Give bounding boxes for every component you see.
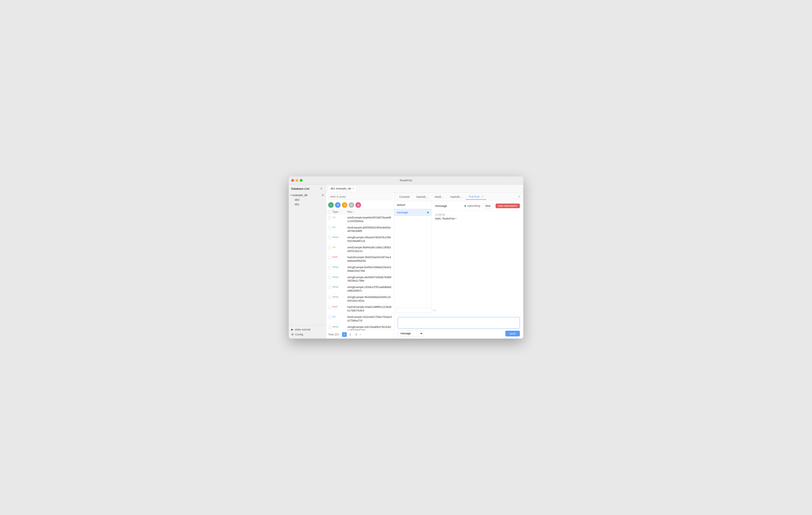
next-page-button[interactable]: ›: [360, 333, 361, 336]
row-checkbox-3[interactable]: [328, 246, 332, 249]
table-row[interactable]: string stringExample:3fe4e5fe8da52b4fe11…: [326, 294, 394, 304]
row-checkbox-9[interactable]: [328, 305, 332, 309]
add-key-button[interactable]: +: [328, 202, 334, 208]
page-1-button[interactable]: 1: [342, 332, 347, 337]
config-label: Config: [295, 333, 303, 336]
row-checkbox-0[interactable]: [328, 216, 332, 219]
tab-hashxe-2[interactable]: hashxE...: [447, 194, 465, 199]
refresh-button[interactable]: ↺: [342, 202, 347, 208]
tab-hashxe-1[interactable]: hashxE...: [413, 194, 431, 199]
row-checkbox-7[interactable]: [328, 286, 332, 289]
copy-button[interactable]: ⧉: [335, 202, 341, 208]
tab-console-label: Console: [399, 195, 410, 198]
database-group: ▾ example_db ⚙ db0 db1: [289, 192, 326, 207]
page-2-button[interactable]: 2: [348, 332, 353, 337]
row-checkbox-4[interactable]: [328, 255, 332, 259]
database-name: example_db: [292, 193, 322, 197]
table-row[interactable]: list listxExample:31b2c6a01709ac791bdc0d…: [326, 314, 394, 324]
channel-active-dot: [427, 212, 429, 213]
main-layout: Database List + ▾ example_db ⚙ db0 db1 ▶…: [289, 185, 523, 338]
tab-label: db1 example_db: [330, 187, 351, 190]
delete-button[interactable]: ✕: [349, 202, 354, 208]
prev-page-button[interactable]: ‹: [340, 333, 341, 336]
message-area: message subscribing clear stop subscript…: [432, 201, 523, 315]
config-gear-icon: ⚙: [291, 333, 294, 336]
filter-button[interactable]: ⊞: [355, 202, 361, 208]
tab-close-icon[interactable]: ✕: [352, 187, 354, 190]
message-entry: 13:08:54 hello, RedisFish !: [435, 213, 520, 220]
sidebar: Database List + ▾ example_db ⚙ db0 db1 ▶…: [289, 185, 326, 338]
channel-item-message[interactable]: message: [394, 209, 431, 216]
sidebar-item-db0[interactable]: db0: [289, 197, 326, 202]
table-row[interactable]: string stringExample:cb6134ad06a738143e2…: [326, 324, 394, 330]
tab-pubsub-label: Pub/Sub: [469, 195, 480, 198]
chevron-down-icon: ▾: [290, 194, 291, 196]
close-button[interactable]: [291, 179, 294, 182]
inner-content: + ⧉ ↺ ✕ ⊞ Type ▾: [326, 193, 523, 338]
table-row[interactable]: hash hashxExample:e4ab2ca9f8f01c2c0ba6b1…: [326, 304, 394, 314]
video-tutorial-item[interactable]: ▶ video tutorial: [291, 327, 323, 332]
search-toolbar: [326, 193, 394, 201]
right-panel: Console hashxE... listxE... hashxE... Pu: [394, 193, 523, 338]
channel-add-area: +: [394, 306, 431, 315]
config-item[interactable]: ⚙ Config: [291, 332, 323, 337]
sidebar-item-db1[interactable]: db1: [289, 202, 326, 207]
checkbox-all[interactable]: [328, 210, 331, 213]
stop-subscription-button[interactable]: stop subscription: [496, 204, 520, 208]
minimize-button[interactable]: [295, 179, 298, 182]
row-checkbox-1[interactable]: [328, 226, 332, 229]
channel-select[interactable]: message default: [398, 330, 423, 336]
message-input[interactable]: [398, 317, 520, 329]
database-group-row[interactable]: ▾ example_db ⚙: [289, 193, 326, 197]
send-button[interactable]: send: [505, 331, 520, 336]
page-3-button[interactable]: 3: [354, 332, 359, 337]
row-type-8: string: [332, 296, 347, 298]
row-checkbox-2[interactable]: [328, 236, 332, 239]
row-key-1: listxExample:d0f2f595d31954cdeb92ea970bc…: [347, 226, 392, 233]
subscribing-label: subscribing: [467, 205, 480, 207]
tab-listxe[interactable]: listxE...: [432, 194, 447, 199]
add-tab-button[interactable]: +: [517, 195, 521, 199]
row-type-4: hash: [332, 255, 347, 258]
sidebar-title: Database List: [291, 187, 310, 190]
tab-pubsub-close-icon[interactable]: ✕: [481, 195, 483, 198]
row-key-4: hashxExample:06d2f18ad1614873ac4be8eee80…: [347, 255, 392, 263]
table-row[interactable]: string stringExample:c66acb47d02878c2494…: [326, 235, 394, 244]
row-checkbox-10[interactable]: [328, 315, 332, 319]
table-row[interactable]: string stringExample:9a459c428dbd225e0c6…: [326, 264, 394, 274]
row-checkbox-5[interactable]: [328, 266, 332, 269]
row-type-10: list: [332, 315, 347, 318]
gear-icon[interactable]: ⚙: [322, 193, 324, 197]
row-type-5: string: [332, 266, 347, 268]
tab-db1-example-db[interactable]: db1 example_db ✕: [328, 186, 357, 191]
search-input[interactable]: [328, 194, 393, 199]
key-column-header[interactable]: Key ▾: [347, 210, 392, 213]
table-row[interactable]: string stringExample:c50dfca7f351aa6d8de…: [326, 284, 394, 294]
row-checkbox-8[interactable]: [328, 296, 332, 299]
add-database-button[interactable]: +: [319, 187, 323, 191]
table-row[interactable]: set setxExample:f8af44a36c1d6dc1385b3e93…: [326, 244, 394, 254]
pubsub-split: default message: [394, 201, 523, 315]
row-key-3: setxExample:f8af44a36c1d6dc1385b3e93313a…: [347, 246, 392, 253]
type-column-header[interactable]: Type ▾: [332, 210, 347, 213]
table-row[interactable]: set setxExample:baad4dc997dd578aae98cc16…: [326, 215, 394, 225]
tab-pubsub[interactable]: Pub/Sub ✕: [466, 194, 486, 200]
table-row[interactable]: list listxExample:d0f2f595d31954cdeb92ea…: [326, 225, 394, 235]
select-all-checkbox[interactable]: [328, 210, 332, 213]
row-checkbox-11[interactable]: [328, 325, 332, 329]
row-key-0: setxExample:baad4dc997dd578aae98cc163550…: [347, 216, 392, 223]
table-row[interactable]: hash hashxExample:06d2f18ad1614873ac4be8…: [326, 254, 394, 264]
channel-item-default[interactable]: default: [394, 201, 431, 209]
clear-button[interactable]: clear: [482, 203, 493, 209]
row-type-1: list: [332, 226, 347, 228]
row-key-11: stringExample:cb6134ad06a738143e2ec25730…: [347, 325, 392, 330]
row-checkbox-6[interactable]: [328, 276, 332, 279]
row-key-10: listxExample:31b2c6a01709ac791bdc0d175df…: [347, 315, 392, 323]
content-area: db1 example_db ✕ + ⧉: [326, 185, 523, 338]
channel-add-input[interactable]: [397, 308, 432, 313]
tab-hashxe-1-label: hashxE...: [416, 195, 428, 198]
table-row[interactable]: string stringExample:a9c9940743fe6b78366…: [326, 274, 394, 284]
tab-console[interactable]: Console: [397, 194, 413, 199]
maximize-button[interactable]: [300, 179, 302, 182]
row-key-2: stringExample:c66acb47d02878c24945541fbb…: [347, 236, 392, 243]
